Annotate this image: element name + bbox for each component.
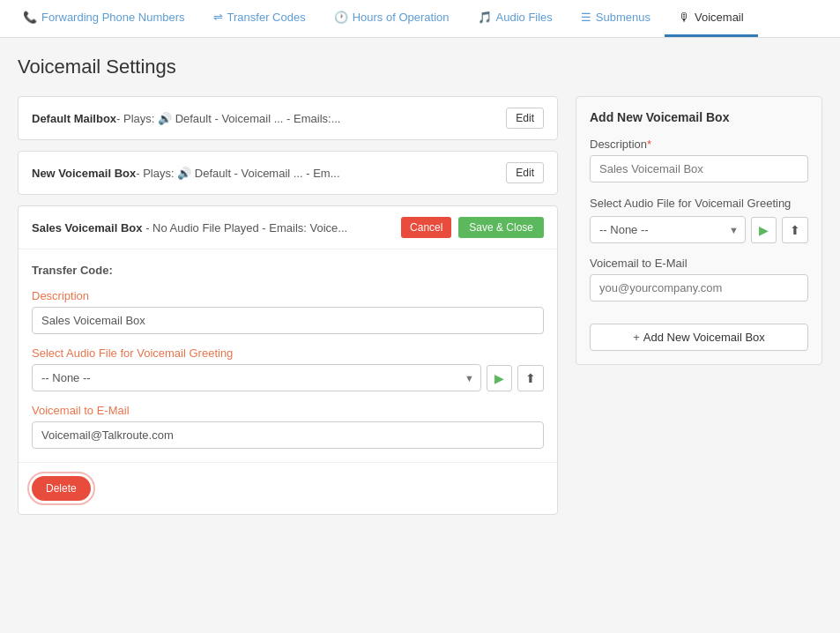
right-audio-select[interactable]: -- None --: [590, 216, 746, 243]
email-section: Voicemail to E-Mail: [32, 404, 544, 449]
description-input[interactable]: [32, 307, 544, 334]
right-description-input[interactable]: [590, 155, 808, 182]
upload-icon: ⬆: [525, 371, 536, 385]
delete-section: Delete: [19, 462, 557, 514]
right-panel: Add New Voicemail Box Description* Selec…: [576, 96, 822, 365]
right-panel-title: Add New Voicemail Box: [590, 110, 808, 124]
expanded-header: Sales Voicemail Box - No Audio File Play…: [19, 206, 557, 249]
audio-label: Select Audio File for Voicemail Greeting: [32, 346, 544, 360]
plus-icon: +: [633, 331, 640, 344]
edit-default-button[interactable]: Edit: [506, 108, 544, 129]
expanded-header-actions: Cancel Save & Close: [401, 217, 544, 238]
delete-button[interactable]: Delete: [32, 476, 91, 501]
audio-select-row: -- None -- ▼ ▶ ⬆: [32, 364, 544, 391]
email-label: Voicemail to E-Mail: [32, 404, 544, 417]
audio-section: Select Audio File for Voicemail Greeting…: [32, 346, 544, 391]
right-description-label: Description*: [590, 138, 808, 151]
tab-bar: 📞 Forwarding Phone Numbers ⇌ Transfer Co…: [0, 0, 840, 38]
audio-select-wrap: -- None -- ▼: [32, 364, 481, 391]
description-label: Description: [32, 289, 544, 302]
vm-box-new-label: New Voicemail Box- Plays: 🔊 Default - Vo…: [32, 167, 340, 180]
voicemail-box-new: New Voicemail Box- Plays: 🔊 Default - Vo…: [18, 151, 558, 195]
expanded-body: Transfer Code: Description Select Audio …: [19, 249, 557, 462]
expanded-header-label: Sales Voicemail Box - No Audio File Play…: [32, 221, 347, 235]
transfer-code-label: Transfer Code:: [32, 264, 113, 277]
audio-select[interactable]: -- None --: [32, 364, 481, 391]
save-close-button[interactable]: Save & Close: [458, 217, 544, 238]
right-audio-field: Select Audio File for Voicemail Greeting…: [590, 196, 808, 243]
right-email-field: Voicemail to E-Mail: [590, 257, 808, 302]
add-new-voicemail-button[interactable]: +Add New Voicemail Box: [590, 324, 808, 351]
main-content: Voicemail Settings Default Mailbox- Play…: [0, 38, 840, 532]
right-email-input[interactable]: [590, 274, 808, 302]
voicemail-box-sales-expanded: Sales Voicemail Box - No Audio File Play…: [18, 205, 558, 515]
right-email-label: Voicemail to E-Mail: [590, 257, 808, 270]
tab-hours[interactable]: 🕐 Hours of Operation: [320, 0, 464, 37]
right-play-button[interactable]: ▶: [751, 217, 777, 243]
description-section: Description: [32, 289, 544, 334]
cancel-button[interactable]: Cancel: [401, 217, 451, 238]
right-upload-icon: ⬆: [790, 223, 800, 237]
required-star: *: [647, 138, 651, 151]
content-layout: Default Mailbox- Plays: 🔊 Default - Voic…: [18, 96, 822, 515]
edit-new-button[interactable]: Edit: [506, 162, 544, 183]
right-audio-select-row: -- None -- ▼ ▶ ⬆: [590, 216, 808, 243]
play-button[interactable]: ▶: [487, 365, 512, 391]
tab-voicemail[interactable]: 🎙 Voicemail: [665, 0, 758, 37]
vm-box-new-name: New Voicemail Box: [32, 167, 136, 180]
right-description-field: Description*: [590, 138, 808, 182]
phone-icon: 📞: [23, 11, 37, 24]
vm-box-default-label: Default Mailbox- Plays: 🔊 Default - Voic…: [32, 112, 340, 125]
right-upload-button[interactable]: ⬆: [782, 217, 808, 243]
tab-transfer-codes[interactable]: ⇌ Transfer Codes: [199, 0, 320, 37]
right-audio-select-wrap: -- None -- ▼: [590, 216, 746, 243]
right-play-icon: ▶: [759, 223, 769, 237]
upload-button[interactable]: ⬆: [517, 365, 544, 391]
tab-audio-files[interactable]: 🎵 Audio Files: [464, 0, 567, 37]
expanded-name: Sales Voicemail Box: [32, 221, 143, 235]
vm-box-default-name: Default Mailbox: [32, 112, 116, 125]
transfer-code-section: Transfer Code:: [32, 263, 544, 277]
music-icon: 🎵: [478, 11, 492, 24]
email-input[interactable]: [32, 421, 544, 449]
right-audio-label: Select Audio File for Voicemail Greeting: [590, 196, 808, 212]
transfer-icon: ⇌: [213, 11, 223, 24]
menu-icon: ☰: [581, 11, 591, 24]
tab-submenus[interactable]: ☰ Submenus: [567, 0, 665, 37]
clock-icon: 🕐: [334, 11, 348, 24]
page-title: Voicemail Settings: [18, 56, 822, 78]
tab-forwarding[interactable]: 📞 Forwarding Phone Numbers: [9, 0, 199, 37]
voicemail-box-default: Default Mailbox- Plays: 🔊 Default - Voic…: [18, 96, 558, 140]
left-panel: Default Mailbox- Plays: 🔊 Default - Voic…: [18, 96, 558, 515]
play-icon: ▶: [494, 371, 504, 385]
voicemail-icon: 🎙: [679, 11, 690, 24]
